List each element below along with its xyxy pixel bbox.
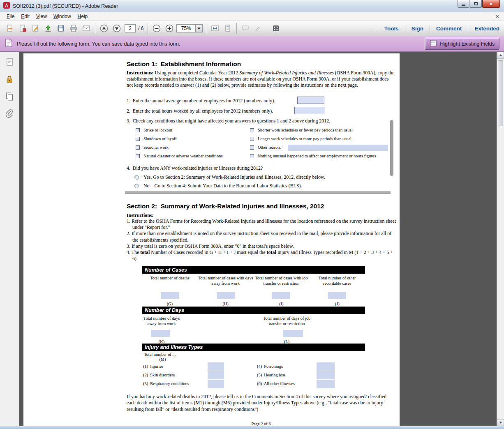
shorter-schedules-label: Shorter work schedules or fewer pay peri…	[258, 128, 353, 132]
number-of-days-header: Number of Days	[142, 307, 365, 314]
page-number-input[interactable]: 2	[125, 24, 136, 32]
save-icon[interactable]	[55, 23, 66, 34]
fit-page-icon[interactable]	[222, 23, 233, 34]
window-bottom-border	[0, 426, 504, 429]
zoom-in-icon[interactable]	[164, 23, 175, 34]
all-other-illnesses-field[interactable]	[317, 380, 335, 388]
email-icon[interactable]	[81, 23, 92, 34]
longer-schedules-checkbox[interactable]	[250, 137, 254, 141]
adobe-reader-window: SOII2012 (3).pdf (SECURED) - Adobe Reade…	[0, 0, 504, 429]
menu-help[interactable]: Help	[74, 13, 91, 20]
print-icon[interactable]	[68, 23, 79, 34]
toolbar-panels: Tools Sign Comment Extended	[372, 25, 500, 32]
zoom-level-input[interactable]: 75%	[176, 24, 196, 32]
deaths-field[interactable]	[161, 292, 179, 299]
hearing-loss-field[interactable]	[317, 371, 335, 380]
extended-panel-button[interactable]: Extended	[474, 25, 500, 32]
section-divider	[125, 191, 391, 194]
menu-window[interactable]: Window	[50, 13, 74, 20]
pages-icon[interactable]	[2, 90, 16, 103]
menu-view[interactable]: View	[33, 13, 50, 20]
pdf-page: Section 1: Establishment Information Ins…	[23, 53, 400, 426]
days-away-cases-field[interactable]	[217, 292, 235, 299]
page-total-label: / 6	[138, 25, 143, 31]
pdf-create-icon[interactable]	[17, 23, 28, 34]
employees-field[interactable]	[297, 97, 324, 104]
paperclip-icon[interactable]	[2, 108, 16, 120]
sign-document-icon[interactable]	[30, 23, 41, 34]
open-icon[interactable]	[4, 23, 15, 34]
scroll-up-button[interactable]	[497, 52, 504, 59]
disaster-checkbox[interactable]	[136, 154, 140, 158]
up-arrow-icon	[499, 54, 502, 56]
yes-radio[interactable]	[134, 175, 139, 180]
window-title: SOII2012 (3).pdf (SECURED) - Adobe Reade…	[13, 3, 118, 9]
minimize-button[interactable]	[458, 0, 469, 8]
job-transfer-cases-field[interactable]	[272, 292, 290, 299]
form-message-bar: Please fill out the following form. You …	[0, 36, 504, 52]
disaster-label: Natural disaster or adverse weather cond…	[143, 154, 222, 158]
shutdown-checkbox[interactable]	[136, 137, 140, 141]
comment-panel-button[interactable]: Comment	[436, 25, 462, 32]
types-m-tag: (M)	[144, 357, 181, 362]
zoom-out-icon[interactable]	[151, 23, 162, 34]
tools-panel-button[interactable]: Tools	[384, 25, 399, 32]
comment-bubble-icon[interactable]	[240, 23, 251, 34]
zoom-dropdown-caret[interactable]	[196, 24, 203, 32]
reading-mode-icon[interactable]	[270, 23, 281, 34]
types-total-label: Total number of ...	[144, 352, 176, 357]
section1-heading: Section 1: Establishment Information	[127, 60, 241, 68]
other-reason-checkbox[interactable]	[250, 145, 254, 150]
days-transfer-field[interactable]	[283, 330, 303, 337]
no-radio[interactable]	[134, 184, 139, 188]
respiratory-label: (3) Respiratory conditions	[143, 381, 189, 386]
respiratory-field[interactable]	[208, 380, 224, 388]
section2-heading: Section 2: Summary of Work-Related Injur…	[127, 203, 324, 210]
days-away-field[interactable]	[151, 330, 170, 337]
section2-instructions-label: Instructions:	[127, 212, 153, 219]
adobe-reader-app-icon	[3, 2, 10, 10]
previous-page-icon[interactable]	[98, 23, 109, 34]
shorter-schedules-checkbox[interactable]	[250, 128, 254, 132]
close-document-icon[interactable]: ×	[496, 14, 499, 19]
next-page-icon[interactable]	[111, 23, 122, 34]
page-thumbnails-icon[interactable]	[2, 56, 16, 68]
skin-disorders-label: (2) Skin disorders	[143, 373, 175, 377]
menu-file[interactable]: File	[3, 13, 18, 20]
seasonal-checkbox[interactable]	[136, 145, 140, 150]
sign-panel-button[interactable]: Sign	[411, 25, 424, 32]
title-bar[interactable]: SOII2012 (3).pdf (SECURED) - Adobe Reade…	[0, 0, 504, 12]
question1-label: 1. Enter the annual average number of em…	[127, 98, 275, 104]
markup-pen-icon[interactable]	[252, 23, 264, 34]
close-button[interactable]: ×	[482, 0, 500, 8]
upload-icon[interactable]	[42, 23, 53, 34]
maximize-button[interactable]	[470, 0, 482, 8]
no-radio-label: No. Go to Section 4: Submit Your Data to…	[143, 183, 302, 189]
skin-disorders-field[interactable]	[208, 371, 224, 380]
fit-width-icon[interactable]	[209, 23, 220, 34]
strike-label: Strike or lockout	[143, 128, 172, 132]
scrollbar-thumb[interactable]	[498, 60, 503, 126]
instruction-item: 4. The total Number of Cases recorded in…	[127, 249, 396, 262]
instruction-item: 2. If more than one establishment is not…	[127, 231, 396, 243]
menu-edit[interactable]: Edit	[18, 13, 33, 20]
highlight-fields-icon	[430, 39, 437, 48]
poisonings-field[interactable]	[317, 362, 335, 371]
vertical-scrollbar[interactable]	[497, 52, 504, 426]
nothing-unusual-checkbox[interactable]	[250, 154, 254, 158]
injuries-field[interactable]	[208, 362, 224, 371]
document-viewport[interactable]: Section 1: Establishment Information Ins…	[19, 52, 497, 426]
inner-scrollbar-thumb[interactable]	[390, 120, 393, 176]
other-reason-field[interactable]	[288, 145, 388, 151]
highlight-existing-fields-button[interactable]: Highlight Existing Fields	[425, 38, 499, 50]
types-table: (1) Injuries (2) Skin disorders (3) Resp…	[143, 362, 377, 390]
strike-checkbox[interactable]	[136, 128, 140, 132]
question2-label: 2. Enter the total hours worked by all e…	[127, 108, 273, 114]
number-of-cases-header: Number of Cases	[142, 266, 365, 274]
scroll-down-button[interactable]	[497, 419, 504, 426]
form-document-icon	[5, 38, 13, 49]
other-recordable-cases-field[interactable]	[328, 292, 346, 299]
hours-field[interactable]	[294, 107, 325, 114]
page-footer: Page 2 of 6	[127, 422, 395, 426]
security-lock-icon[interactable]	[2, 73, 16, 85]
